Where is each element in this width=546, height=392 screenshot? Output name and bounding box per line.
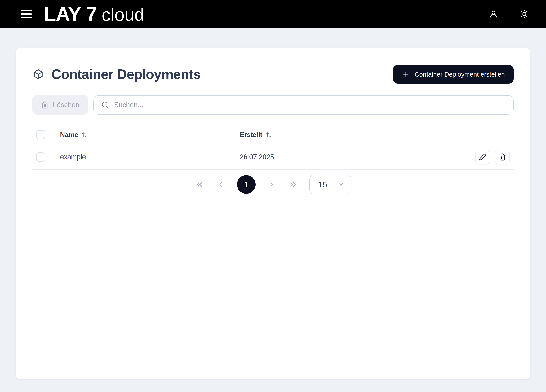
column-header-name[interactable]: Name [60, 131, 240, 139]
trash-icon [499, 153, 506, 161]
toolbar-row: Löschen [32, 95, 514, 114]
row-created-cell: 26.07.2025 [240, 153, 467, 161]
previous-page-button[interactable] [216, 179, 226, 189]
menu-icon [21, 10, 32, 11]
column-header-created-label: Erstellt [240, 131, 262, 139]
delete-selected-button[interactable]: Löschen [32, 95, 88, 114]
column-header-name-label: Name [60, 131, 78, 139]
search-icon [101, 101, 109, 109]
chevron-left-icon [217, 181, 224, 188]
content-card: Container Deployments Container Deployme… [16, 48, 530, 379]
row-select-cell [32, 152, 60, 162]
last-page-button[interactable] [288, 179, 298, 189]
sun-icon [520, 9, 529, 19]
column-header-created[interactable]: Erstellt [240, 131, 467, 139]
chevrons-right-icon [289, 180, 298, 189]
trash-icon [41, 101, 49, 109]
row-checkbox[interactable] [36, 152, 45, 162]
title-group: Container Deployments [32, 66, 201, 82]
pencil-icon [479, 153, 487, 161]
search-input[interactable] [114, 101, 506, 109]
page-size-select[interactable]: 15 [309, 175, 351, 194]
page-title: Container Deployments [51, 66, 201, 82]
page-size-value: 15 [318, 180, 327, 189]
plus-icon [402, 70, 410, 78]
theme-toggle-button[interactable] [518, 7, 531, 20]
table-row: example 26.07.2025 [32, 145, 514, 170]
row-actions [467, 150, 514, 164]
title-row: Container Deployments Container Deployme… [32, 65, 514, 83]
delete-selected-label: Löschen [53, 101, 79, 109]
chevron-right-icon [268, 181, 275, 188]
menu-button[interactable] [21, 10, 32, 18]
table-header-row: Name Erstellt [32, 125, 514, 145]
logo-primary-text: LAY 7 [44, 4, 97, 24]
first-page-button[interactable] [195, 179, 204, 189]
user-icon [489, 10, 498, 18]
sort-arrows-icon [266, 132, 272, 138]
search-box [93, 95, 514, 114]
logo-secondary-text: cloud [102, 6, 144, 24]
chevrons-left-icon [195, 180, 204, 189]
current-page-button[interactable]: 1 [237, 175, 256, 194]
chevron-down-icon [338, 181, 344, 188]
create-deployment-label: Container Deployment erstellen [415, 71, 505, 78]
next-page-button[interactable] [267, 179, 277, 189]
app-logo: LAY 7 cloud [44, 4, 144, 24]
sort-arrows-icon [82, 132, 88, 138]
menu-icon [21, 17, 32, 18]
user-account-button[interactable] [487, 8, 500, 20]
select-all-cell [32, 130, 60, 139]
box-icon [32, 68, 44, 80]
pagination-bar: 1 15 [32, 170, 514, 199]
menu-icon [21, 13, 32, 15]
deployments-table: Name Erstellt [32, 125, 514, 199]
create-deployment-button[interactable]: Container Deployment erstellen [393, 65, 514, 83]
delete-row-button[interactable] [495, 150, 510, 164]
app-header: LAY 7 cloud [0, 0, 546, 28]
select-all-checkbox[interactable] [36, 130, 45, 139]
row-name-cell: example [60, 153, 240, 161]
edit-row-button[interactable] [475, 150, 490, 164]
